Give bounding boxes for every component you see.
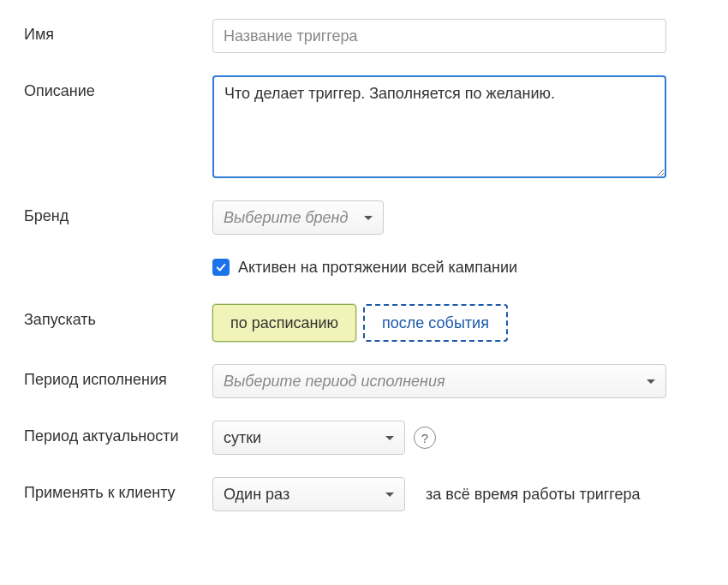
brand-select[interactable]: Выберите бренд [212,200,384,235]
active-checkbox-label: Активен на протяжении всей кампании [238,257,517,278]
row-active: Активен на протяжении всей кампании [24,257,704,278]
validity-period-select[interactable]: сутки [212,421,405,455]
help-icon[interactable]: ? [414,427,436,449]
chevron-down-icon [364,216,373,220]
chevron-down-icon [385,492,394,497]
launch-label: Запускать [24,304,212,329]
launch-by-schedule-button[interactable]: по расписанию [212,304,356,342]
description-textarea[interactable] [212,75,666,178]
row-validity-period: Период актуальности сутки ? [24,421,704,455]
check-icon [215,261,227,273]
brand-select-text: Выберите бренд [224,209,348,227]
name-label: Имя [24,19,212,44]
row-exec-period: Период исполнения Выберите период исполн… [24,364,704,398]
row-name: Имя [24,19,704,53]
name-input[interactable] [212,19,666,53]
apply-to-client-select-text: Один раз [224,486,289,504]
exec-period-select[interactable]: Выберите период исполнения [212,364,666,398]
exec-period-label: Период исполнения [24,364,212,389]
trigger-form: Имя Описание Бренд Выберите бренд [24,19,704,520]
chevron-down-icon [385,436,394,440]
row-apply-to-client: Применять к клиенту Один раз за всё врем… [24,477,704,511]
apply-to-client-select[interactable]: Один раз [212,477,405,511]
chevron-down-icon [647,379,655,384]
apply-to-client-label: Применять к клиенту [24,477,212,502]
launch-after-event-button[interactable]: после события [363,304,508,342]
validity-period-label: Период актуальности [24,421,212,445]
row-brand: Бренд Выберите бренд [24,200,704,235]
row-launch: Запускать по расписанию после события [24,304,704,342]
launch-toggle-group: по расписанию после события [212,304,508,342]
exec-period-select-text: Выберите период исполнения [224,373,445,391]
row-description: Описание [24,75,704,178]
validity-period-select-text: сутки [224,429,261,447]
description-label: Описание [24,75,212,100]
brand-label: Бренд [24,200,212,225]
apply-to-client-note: за всё время работы триггера [426,486,641,504]
active-checkbox[interactable] [212,259,230,276]
